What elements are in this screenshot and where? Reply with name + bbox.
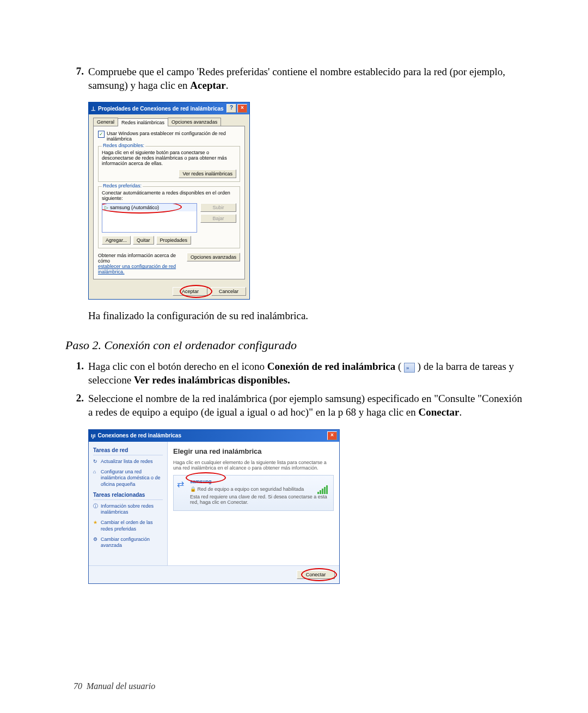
tab-panel: ✓ Usar Windows para establecer mi config… [93, 126, 245, 279]
step-text: Compruebe que el campo 'Redes preferidas… [88, 65, 523, 92]
wifi-icon: ⊥ [91, 106, 96, 112]
tab-wireless[interactable]: Redes inalámbricas [118, 118, 168, 126]
text: Ha finalizado la configuración de su red… [88, 309, 523, 323]
wireless-tray-icon [404, 363, 415, 373]
move-up-button[interactable]: Subir [200, 203, 236, 212]
sidebar-order[interactable]: ★Cambiar el orden de las redes preferida… [93, 520, 163, 532]
step-number: 7. [65, 65, 84, 92]
lock-icon: 🔒 [190, 486, 196, 492]
more-info-link[interactable]: establecer una configuración de red inal… [98, 264, 176, 275]
text: Compruebe que el campo 'Redes preferidas… [88, 66, 505, 91]
section-heading: Paso 2. Conexión con el ordenador config… [65, 338, 523, 352]
help-button[interactable]: ? [226, 104, 236, 113]
step-1: 1. Haga clic con el botón derecho en el … [65, 360, 523, 387]
post-step-text: Ha finalizado la configuración de su red… [65, 309, 523, 323]
main-subtext: Haga clic en cualquier elemento de la si… [173, 460, 334, 471]
sidebar-advanced[interactable]: ⚙Cambiar configuración avanzada [93, 537, 163, 549]
info-icon: ⓘ [93, 503, 101, 516]
step-text: Haga clic con el botón derecho en el ico… [88, 360, 523, 387]
properties-dialog: ⊥ Propiedades de Conexiones de red inalá… [88, 102, 250, 300]
step-number: 2. [65, 392, 84, 419]
figure-wireless-dialog: ıȷı Conexiones de red inalámbricas × Tar… [88, 429, 523, 584]
star-icon: ★ [93, 520, 101, 532]
dialog-footer: Conectar [89, 565, 339, 583]
preferred-networks-group: Redes preferidas: Conectar automáticamen… [98, 186, 240, 248]
use-windows-checkbox[interactable]: ✓ [98, 131, 105, 138]
manual-label: Manual del usuario [87, 681, 155, 691]
figure-properties-dialog: ⊥ Propiedades de Conexiones de red inalá… [88, 102, 523, 300]
dialog-titlebar: ıȷı Conexiones de red inalámbricas × [89, 430, 339, 442]
gear-icon: ⚙ [93, 537, 101, 549]
available-networks-group: Redes disponibles: Haga clic en el sigui… [98, 146, 240, 182]
network-name: samsung (Automático) [110, 205, 159, 210]
text: ( [395, 361, 404, 372]
view-networks-button[interactable]: Ver redes inalámbricas [179, 169, 236, 178]
dialog-body: Tareas de red ↻Actualizar lista de redes… [89, 442, 339, 565]
use-windows-label: Usar Windows para establecer mi configur… [107, 131, 240, 142]
close-button[interactable]: × [237, 104, 247, 113]
refresh-icon: ↻ [93, 459, 101, 465]
text-bold: Conexión de red inalámbrica [267, 361, 396, 372]
tab-general[interactable]: General [93, 118, 118, 126]
network-message: Esta red requiere una clave de red. Si d… [190, 494, 329, 505]
cancel-button[interactable]: Cancelar [211, 287, 246, 296]
signal-icon [317, 485, 328, 494]
main-panel: Elegir una red inalámbrica Haga clic en … [168, 442, 339, 565]
sidebar-refresh[interactable]: ↻Actualizar lista de redes [93, 459, 163, 465]
group-desc: Conectar automáticamente a redes disponi… [102, 190, 236, 201]
tab-bar: General Redes inalámbricas Opciones avan… [93, 118, 245, 126]
advanced-options-button[interactable]: Opciones avanzadas [187, 253, 240, 261]
step-text: Seleccione el nombre de la red inalámbri… [88, 392, 523, 419]
sidebar-info[interactable]: ⓘInformación sobre redes inalámbricas [93, 503, 163, 516]
text: Haga clic con el botón derecho en el ico… [88, 361, 267, 372]
dialog-footer: Aceptar Cancelar [89, 284, 249, 299]
preferred-list[interactable]: ▷ samsung (Automático) [102, 203, 197, 233]
close-button[interactable]: × [327, 431, 337, 440]
step-number: 1. [65, 360, 84, 387]
network-type: Red de equipo a equipo con seguridad hab… [198, 486, 304, 492]
page-content: 7. Compruebe que el campo 'Redes preferi… [0, 0, 588, 584]
text-bold: Ver redes inalámbricas disponibles. [134, 374, 290, 386]
network-item[interactable]: ⇄ samsung 🔒 Red de equipo a equipo con s… [173, 475, 334, 511]
step-2: 2. Seleccione el nombre de la red inalám… [65, 392, 523, 419]
text: . [459, 406, 462, 418]
sidebar-heading: Tareas de red [93, 447, 163, 455]
step-7: 7. Compruebe que el campo 'Redes preferi… [65, 65, 523, 92]
ok-button[interactable]: Aceptar [173, 287, 207, 296]
network-setup-icon: ⌂ [93, 469, 101, 487]
sidebar-setup[interactable]: ⌂Configurar una red inalámbrica doméstic… [93, 469, 163, 487]
page-footer: 70 Manual del usuario [74, 681, 155, 691]
move-down-button[interactable]: Bajar [200, 214, 236, 223]
connect-button[interactable]: Conectar [297, 570, 335, 579]
adhoc-icon: ▷ [105, 205, 108, 210]
tab-advanced[interactable]: Opciones avanzadas [168, 118, 221, 126]
dialog-title: Propiedades de Conexiones de red inalámb… [98, 106, 224, 112]
list-item[interactable]: ▷ samsung (Automático) [102, 204, 197, 211]
text-bold: Conectar [419, 406, 460, 418]
properties-button[interactable]: Propiedades [156, 236, 192, 245]
group-desc: Haga clic en el siguiente botón para con… [102, 150, 236, 166]
more-info-text: Obtener más información acerca de cómo [98, 253, 183, 264]
group-title: Redes disponibles: [102, 143, 145, 148]
text: . [226, 80, 229, 91]
dialog-body: General Redes inalámbricas Opciones avan… [89, 114, 249, 284]
sidebar-heading: Tareas relacionadas [93, 492, 163, 500]
main-heading: Elegir una red inalámbrica [173, 447, 334, 455]
group-title: Redes preferidas: [102, 183, 143, 188]
dialog-titlebar: ⊥ Propiedades de Conexiones de red inalá… [89, 102, 249, 114]
sidebar: Tareas de red ↻Actualizar lista de redes… [89, 442, 168, 565]
network-name: samsung [190, 479, 212, 484]
remove-button[interactable]: Quitar [133, 236, 154, 245]
antenna-icon: ıȷı [91, 432, 96, 438]
adhoc-icon: ⇄ [177, 479, 184, 489]
wireless-connections-dialog: ıȷı Conexiones de red inalámbricas × Tar… [88, 429, 340, 584]
add-button[interactable]: Agregar... [102, 236, 131, 245]
dialog-title: Conexiones de red inalámbricas [98, 432, 181, 438]
text-bold: Aceptar [190, 80, 225, 91]
page-number: 70 [74, 681, 82, 691]
